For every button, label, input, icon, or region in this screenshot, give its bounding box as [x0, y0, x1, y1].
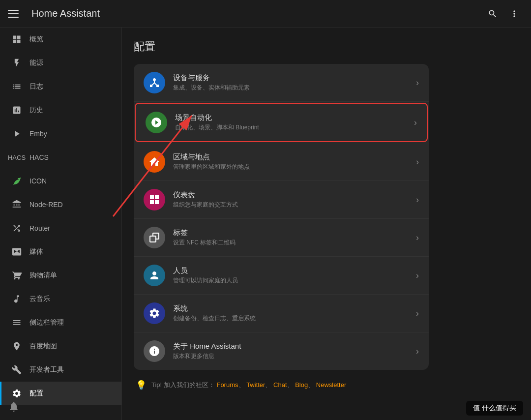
sidebar-label-dev-tools: 开发者工具	[30, 365, 64, 374]
about-icon	[144, 340, 165, 362]
sidebar-label-hacs: HACS	[30, 153, 49, 161]
sidebar-label-energy: 能源	[30, 59, 43, 67]
notification-icon[interactable]	[8, 401, 20, 416]
more-button[interactable]	[505, 5, 523, 23]
app-title: Home Assistant	[31, 8, 484, 19]
config-item-tags[interactable]: 标签 设置 NFC 标签和二维码 ›	[134, 219, 429, 257]
areas-chevron: ›	[416, 157, 419, 167]
dashboard-icon	[144, 189, 165, 210]
sidebar-item-dev-tools[interactable]: 开发者工具	[0, 358, 121, 382]
automation-title: 场景自动化	[175, 113, 414, 122]
node-red-icon	[8, 196, 26, 213]
dashboard-subtitle: 组织您与家庭的交互方式	[173, 201, 416, 209]
config-item-about[interactable]: 关于 Home Assistant 版本和更多信息 ›	[134, 332, 429, 370]
grid-icon	[8, 30, 26, 48]
automation-text: 场景自动化 自动化、场景、脚本和 Blueprint	[175, 113, 414, 132]
about-title: 关于 Home Assistant	[173, 342, 416, 351]
config-item-persons[interactable]: 人员 管理可以访问家庭的人员 ›	[134, 257, 429, 295]
sidebar-item-music[interactable]: 云音乐	[0, 287, 121, 311]
config-item-automation[interactable]: 场景自动化 自动化、场景、脚本和 Blueprint ›	[135, 103, 428, 142]
sidebar-item-router[interactable]: Router	[0, 216, 121, 240]
devices-chevron: ›	[416, 78, 419, 88]
content-area: 配置 设备与服务 集成、设备、实体和辅助元素 › 场景自动化	[122, 28, 531, 420]
hacs-icon: HACS	[8, 149, 26, 166]
tags-icon	[144, 227, 165, 248]
devices-subtitle: 集成、设备、实体和辅助元素	[173, 84, 416, 92]
tags-chevron: ›	[416, 233, 419, 243]
sidebar-label-music: 云音乐	[30, 295, 50, 303]
sidebar-item-energy[interactable]: 能源	[0, 51, 121, 75]
about-chevron: ›	[416, 346, 419, 357]
sidebar-label-shopping: 购物清单	[30, 271, 57, 280]
main-layout: 概览 能源 日志 历史 Emby HACS	[0, 28, 531, 420]
config-item-system[interactable]: 系统 创建备份、检查日志、重启系统 ›	[134, 295, 429, 332]
about-text: 关于 Home Assistant 版本和更多信息	[173, 342, 416, 360]
tip-link-newsletter[interactable]: Newsletter	[316, 381, 346, 389]
tags-title: 标签	[173, 228, 416, 238]
sidebar-label-sidebar-manage: 侧边栏管理	[30, 318, 64, 327]
sidebar-label-baidu-map: 百度地图	[30, 342, 57, 351]
system-subtitle: 创建备份、检查日志、重启系统	[173, 314, 416, 323]
sidebar-label-config: 配置	[30, 389, 43, 398]
media-icon	[8, 243, 26, 261]
cart-icon	[8, 267, 26, 284]
sidebar-label-node-red: Node-RED	[30, 201, 63, 209]
search-button[interactable]	[484, 5, 502, 23]
sidebar-label-overview: 概览	[30, 35, 43, 44]
sidebar-item-baidu-map[interactable]: 百度地图	[0, 334, 121, 358]
sidebar-item-hacs[interactable]: HACS HACS	[0, 146, 121, 169]
areas-title: 区域与地点	[173, 152, 416, 162]
tip-link-forums[interactable]: Forums	[216, 381, 238, 389]
header-actions	[484, 5, 523, 23]
automation-subtitle: 自动化、场景、脚本和 Blueprint	[175, 123, 414, 132]
sidebar-item-history[interactable]: 历史	[0, 98, 121, 122]
config-item-devices[interactable]: 设备与服务 集成、设备、实体和辅助元素 ›	[134, 64, 429, 102]
tip-link-chat[interactable]: Chat	[273, 381, 287, 389]
sidebar-item-emby[interactable]: Emby	[0, 122, 121, 146]
sidebar-item-icon[interactable]: ICON	[0, 169, 121, 193]
bolt-icon	[8, 54, 26, 72]
leaf-icon	[8, 172, 26, 190]
dev-tools-icon	[8, 361, 26, 379]
system-chevron: ›	[416, 308, 419, 319]
emby-icon	[8, 125, 26, 143]
system-icon	[144, 302, 165, 324]
areas-text: 区域与地点 管理家里的区域和家外的地点	[173, 152, 416, 171]
devices-title: 设备与服务	[173, 73, 416, 83]
map-icon	[8, 337, 26, 355]
system-text: 系统 创建备份、检查日志、重启系统	[173, 304, 416, 323]
persons-chevron: ›	[416, 270, 419, 281]
dashboard-text: 仪表盘 组织您与家庭的交互方式	[173, 190, 416, 209]
sidebar-item-sidebar-manage[interactable]: 侧边栏管理	[0, 311, 121, 334]
tip-section: 💡 Tip! 加入我们的社区： Forums、 Twitter、 Chat、 B…	[134, 380, 429, 390]
sidebar-item-media[interactable]: 媒体	[0, 240, 121, 264]
areas-icon	[144, 151, 165, 173]
sidebar-item-shopping[interactable]: 购物清单	[0, 264, 121, 287]
sidebar-item-logbook[interactable]: 日志	[0, 75, 121, 98]
settings-icon	[8, 385, 26, 402]
system-title: 系统	[173, 304, 416, 313]
sidebar: 概览 能源 日志 历史 Emby HACS	[0, 28, 122, 420]
list-icon	[8, 78, 26, 95]
about-subtitle: 版本和更多信息	[173, 352, 416, 360]
devices-icon	[144, 72, 165, 93]
persons-text: 人员 管理可以访问家庭的人员	[173, 266, 416, 285]
config-item-areas[interactable]: 区域与地点 管理家里的区域和家外的地点 ›	[134, 143, 429, 181]
sidebar-label-router: Router	[30, 224, 50, 232]
config-item-dashboard[interactable]: 仪表盘 组织您与家庭的交互方式 ›	[134, 181, 429, 219]
tip-link-blog[interactable]: Blog	[295, 381, 308, 389]
areas-subtitle: 管理家里的区域和家外的地点	[173, 163, 416, 171]
page-title: 配置	[134, 39, 519, 54]
sidebar-item-node-red[interactable]: Node-RED	[0, 193, 121, 216]
sidebar-item-overview[interactable]: 概览	[0, 28, 121, 51]
config-card: 设备与服务 集成、设备、实体和辅助元素 › 场景自动化 自动化、场景、脚本和 B…	[134, 64, 429, 370]
sidebar-label-media: 媒体	[30, 247, 43, 256]
tip-link-twitter[interactable]: Twitter	[246, 381, 265, 389]
sidebar-label-emby: Emby	[30, 130, 47, 138]
music-icon	[8, 290, 26, 308]
dashboard-title: 仪表盘	[173, 190, 416, 200]
automation-icon	[146, 112, 167, 133]
top-header: Home Assistant	[0, 0, 531, 28]
menu-button[interactable]	[8, 5, 26, 23]
tags-subtitle: 设置 NFC 标签和二维码	[173, 239, 416, 247]
